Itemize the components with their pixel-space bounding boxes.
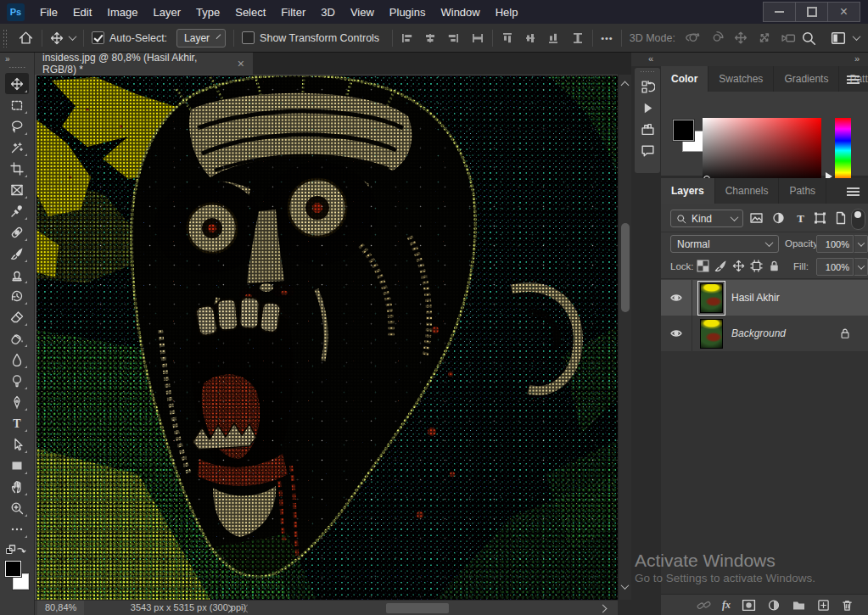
tool-rectangle[interactable] xyxy=(5,455,29,476)
tool-spot-healing-brush[interactable] xyxy=(5,221,29,243)
tool-rectangular-marquee[interactable] xyxy=(5,94,29,115)
align-left-edges-icon[interactable] xyxy=(400,32,414,44)
lock-artboard-icon[interactable] xyxy=(750,260,763,272)
hue-strip[interactable] xyxy=(835,118,851,183)
layer-visibility-toggle[interactable] xyxy=(661,316,692,351)
vertical-scrollbar[interactable] xyxy=(618,75,632,600)
tool-eraser[interactable] xyxy=(5,306,29,327)
close-button[interactable]: × xyxy=(827,3,860,21)
align-horizontal-centers-icon[interactable] xyxy=(423,32,437,44)
scroll-up-icon[interactable] xyxy=(621,81,630,90)
tab-channels[interactable]: Channels xyxy=(715,178,780,204)
tool-history-brush[interactable] xyxy=(5,285,29,306)
actions-panel-icon[interactable] xyxy=(641,101,655,115)
filter-type-layers-icon[interactable]: T xyxy=(793,211,808,225)
tab-paths[interactable]: Paths xyxy=(779,178,826,204)
align-bottom-edges-icon[interactable] xyxy=(546,31,560,45)
filter-shape-layers-icon[interactable] xyxy=(813,211,827,225)
filter-smart-objects-icon[interactable] xyxy=(833,211,848,225)
delete-layer-icon[interactable] xyxy=(841,599,854,612)
menu-help[interactable]: Help xyxy=(488,6,526,19)
layer-style-icon[interactable]: fx xyxy=(722,599,731,612)
align-top-edges-icon[interactable] xyxy=(501,31,514,45)
auto-select-checkbox[interactable] xyxy=(92,31,104,44)
menu-window[interactable]: Window xyxy=(433,6,487,19)
new-group-icon[interactable] xyxy=(792,599,806,611)
foreground-color-well[interactable] xyxy=(673,120,694,141)
more-tools-button[interactable] xyxy=(5,518,29,540)
tool-hand[interactable] xyxy=(5,476,29,497)
tool-lasso[interactable] xyxy=(5,115,29,137)
tool-paint-bucket[interactable] xyxy=(5,327,29,349)
lock-all-icon[interactable] xyxy=(768,260,781,272)
menu-image[interactable]: Image xyxy=(99,6,145,19)
layer-thumbnail[interactable] xyxy=(700,319,723,349)
3d-zoom-camera-icon[interactable] xyxy=(781,31,797,45)
link-layers-icon[interactable] xyxy=(697,599,711,612)
tab-layers[interactable]: Layers xyxy=(661,178,715,204)
foreground-background-swatches[interactable] xyxy=(4,561,30,590)
tab-swatches[interactable]: Swatches xyxy=(708,66,774,92)
tool-type[interactable]: T xyxy=(5,412,29,433)
more-align-options-button[interactable]: ••• xyxy=(601,33,613,43)
tool-move[interactable] xyxy=(5,73,29,94)
zoom-level[interactable]: 80,84% xyxy=(37,601,84,615)
workspace-switcher-icon[interactable] xyxy=(831,31,846,45)
tool-clone-stamp[interactable] xyxy=(5,264,29,285)
workspace-chevron-icon[interactable] xyxy=(853,32,861,41)
tab-patterns[interactable]: Patterns xyxy=(839,66,868,92)
tab-close-icon[interactable]: × xyxy=(238,57,244,70)
search-icon[interactable] xyxy=(801,31,816,46)
menu-file[interactable]: File xyxy=(32,6,65,19)
filter-toggle-switch[interactable] xyxy=(851,209,865,230)
foreground-color-swatch[interactable] xyxy=(5,561,21,577)
move-tool-preset-icon[interactable] xyxy=(50,31,64,45)
distribute-vertical-icon[interactable] xyxy=(571,31,585,45)
canvas[interactable] xyxy=(34,75,618,600)
vertical-scroll-thumb[interactable] xyxy=(621,223,630,312)
menu-type[interactable]: Type xyxy=(188,6,227,19)
maximize-button[interactable] xyxy=(795,3,827,21)
tool-path-selection[interactable] xyxy=(5,433,29,455)
lock-transparent-pixels-icon[interactable] xyxy=(697,260,709,272)
home-icon[interactable] xyxy=(18,31,34,45)
horizontal-scroll-thumb[interactable] xyxy=(386,603,449,613)
comments-panel-icon[interactable] xyxy=(641,143,655,158)
new-layer-icon[interactable] xyxy=(817,599,830,612)
libraries-panel-icon[interactable] xyxy=(641,122,655,137)
collapse-dock-icon[interactable]: « xyxy=(648,53,653,64)
collapse-panels-icon[interactable]: » xyxy=(854,53,860,64)
opacity-chevron-icon[interactable] xyxy=(854,235,868,253)
opacity-control[interactable]: 100% xyxy=(816,235,868,253)
tool-brush[interactable] xyxy=(5,243,29,264)
menu-filter[interactable]: Filter xyxy=(273,6,313,19)
lock-position-icon[interactable] xyxy=(732,260,745,272)
3d-slide-icon[interactable] xyxy=(757,31,773,45)
scroll-down-icon[interactable] xyxy=(621,581,630,590)
menu-plugins[interactable]: Plugins xyxy=(382,6,434,19)
opacity-value[interactable]: 100% xyxy=(816,235,854,253)
tab-color[interactable]: Color xyxy=(661,66,708,92)
history-panel-icon[interactable] xyxy=(641,80,655,94)
tool-blur[interactable] xyxy=(5,349,29,370)
tab-gradients[interactable]: Gradients xyxy=(774,66,839,92)
tools-expand-icon[interactable]: » xyxy=(5,54,9,64)
tool-magic-wand[interactable] xyxy=(5,137,29,158)
document-tab[interactable]: insidess.jpg @ 80,8% (Hasil Akhir, RGB/8… xyxy=(34,53,253,75)
tool-dodge[interactable] xyxy=(5,370,29,391)
add-layer-mask-icon[interactable] xyxy=(742,599,756,612)
3d-roll-icon[interactable] xyxy=(709,31,725,45)
menu-layer[interactable]: Layer xyxy=(146,6,189,19)
filter-pixel-layers-icon[interactable] xyxy=(749,211,764,225)
align-right-edges-icon[interactable] xyxy=(446,32,460,44)
default-and-swap-colors[interactable] xyxy=(6,545,28,559)
3d-pan-icon[interactable] xyxy=(733,31,749,45)
lock-image-pixels-icon[interactable] xyxy=(714,260,727,272)
tool-crop[interactable] xyxy=(5,158,29,179)
fill-value[interactable]: 100% xyxy=(816,258,854,276)
tools-grip[interactable] xyxy=(8,66,25,70)
auto-select-target-dropdown[interactable]: Layer xyxy=(176,29,226,48)
layer-thumbnail[interactable] xyxy=(700,283,723,313)
layer-row-background[interactable]: Background xyxy=(661,316,868,352)
filter-kind-dropdown[interactable]: Kind xyxy=(670,210,743,227)
